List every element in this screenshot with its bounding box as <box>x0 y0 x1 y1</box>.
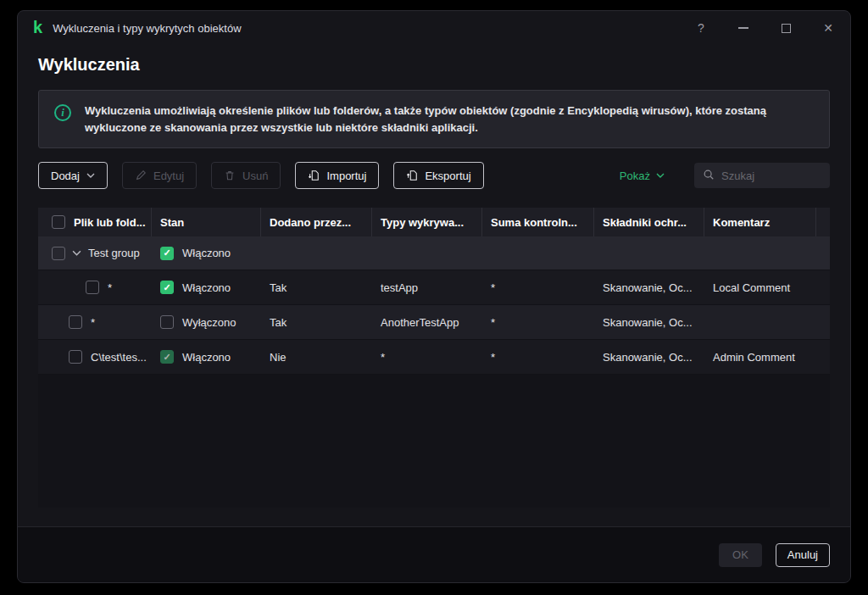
column-header-state: Stan <box>152 208 261 236</box>
table-row[interactable]: * Wyłączono Tak AnotherTestApp * Skanowa… <box>38 305 830 340</box>
column-header-file: Plik lub fold... <box>74 216 146 229</box>
info-banner: i Wykluczenia umożliwiają określenie pli… <box>38 90 830 148</box>
close-icon[interactable]: ✕ <box>821 21 835 35</box>
export-button[interactable]: Eksportuj <box>393 162 483 189</box>
row-added-by: Tak <box>261 305 372 339</box>
cancel-button[interactable]: Anuluj <box>776 543 830 567</box>
row-file: * <box>108 281 112 294</box>
import-icon <box>308 170 320 181</box>
row-components: Skanowanie, Oc... <box>594 305 704 339</box>
delete-button-label: Usuń <box>242 170 268 182</box>
window-title: Wykluczenia i typy wykrytych obiektów <box>53 22 241 35</box>
column-header-checksum: Suma kontroln... <box>482 208 594 236</box>
search-icon <box>703 169 715 183</box>
group-select-checkbox[interactable] <box>52 247 65 260</box>
show-dropdown-label: Pokaż <box>620 170 650 182</box>
exclusions-table: Plik lub fold... Stan Dodano przez... Ty… <box>38 208 830 508</box>
footer: OK Anuluj <box>18 526 850 582</box>
row-comment <box>704 305 816 339</box>
row-checksum: * <box>482 305 594 339</box>
table-row[interactable]: C\test\tes... Włączono Nie * * Skanowani… <box>38 340 830 375</box>
edit-button[interactable]: Edytuj <box>122 162 197 189</box>
info-banner-text: Wykluczenia umożliwiają określenie plikó… <box>85 103 814 136</box>
content-area: Wykluczenia i Wykluczenia umożliwiają ok… <box>18 45 850 526</box>
export-button-label: Eksportuj <box>425 170 470 182</box>
row-types: * <box>372 340 482 374</box>
chevron-down-icon <box>86 173 95 178</box>
app-window: k Wykluczenia i typy wykrytych obiektów … <box>17 10 851 583</box>
row-file: C\test\tes... <box>91 351 147 364</box>
page-title: Wykluczenia <box>38 55 830 75</box>
maximize-icon[interactable] <box>779 21 793 35</box>
search-input[interactable] <box>721 170 821 182</box>
column-header-comment: Komentarz <box>704 208 816 236</box>
edit-button-label: Edytuj <box>153 170 184 182</box>
delete-button[interactable]: Usuń <box>211 162 281 189</box>
group-state-checkbox[interactable] <box>160 247 174 260</box>
add-button[interactable]: Dodaj <box>38 162 108 189</box>
help-icon[interactable]: ? <box>694 21 708 35</box>
row-select-checkbox[interactable] <box>86 281 99 294</box>
row-added-by: Nie <box>261 340 372 374</box>
window-controls: ? ✕ <box>694 21 835 35</box>
group-state-label: Włączono <box>182 247 231 259</box>
row-comment: Admin Comment <box>704 340 816 374</box>
row-checksum: * <box>482 340 594 374</box>
trash-icon <box>224 170 236 181</box>
column-header-spacer <box>816 208 830 236</box>
column-header-added-by: Dodano przez... <box>261 208 372 236</box>
row-select-checkbox[interactable] <box>69 315 82 329</box>
row-types: AnotherTestApp <box>372 305 482 339</box>
row-added-by: Tak <box>261 270 372 304</box>
row-comment: Local Comment <box>704 270 816 304</box>
export-icon <box>406 170 418 181</box>
info-icon: i <box>54 104 71 121</box>
row-checksum: * <box>482 270 594 304</box>
table-header: Plik lub fold... Stan Dodano przez... Ty… <box>38 208 830 236</box>
row-state-label: Wyłączono <box>182 316 236 329</box>
pencil-icon <box>135 170 147 181</box>
toolbar: Dodaj Edytuj Usuń <box>38 162 830 189</box>
row-components: Skanowanie, Oc... <box>594 340 704 374</box>
row-file: * <box>91 316 95 329</box>
column-header-types: Typy wykrywa... <box>372 208 482 236</box>
group-row[interactable]: Test group Włączono <box>38 236 830 270</box>
add-button-label: Dodaj <box>51 170 80 182</box>
search-box <box>694 163 830 188</box>
row-state-label: Włączono <box>182 351 231 364</box>
group-name: Test group <box>88 247 140 259</box>
row-types: testApp <box>372 270 482 304</box>
table-row[interactable]: * Włączono Tak testApp * Skanowanie, Oc.… <box>38 270 830 305</box>
import-button[interactable]: Importuj <box>295 162 379 189</box>
kaspersky-logo-icon: k <box>33 19 42 36</box>
show-dropdown[interactable]: Pokaż <box>620 170 665 182</box>
select-all-checkbox[interactable] <box>52 215 65 229</box>
row-state-checkbox[interactable] <box>160 281 174 294</box>
chevron-down-icon <box>656 173 665 178</box>
chevron-down-icon[interactable] <box>72 250 81 256</box>
import-button-label: Importuj <box>326 170 366 182</box>
titlebar: k Wykluczenia i typy wykrytych obiektów … <box>18 11 850 45</box>
column-header-components: Składniki ochr... <box>594 208 704 236</box>
row-state-checkbox[interactable] <box>160 350 174 364</box>
row-components: Skanowanie, Oc... <box>594 270 704 304</box>
ok-button[interactable]: OK <box>719 543 762 567</box>
row-state-checkbox[interactable] <box>160 315 174 329</box>
minimize-icon[interactable] <box>737 21 750 35</box>
row-select-checkbox[interactable] <box>69 350 82 364</box>
row-state-label: Włączono <box>182 281 231 294</box>
